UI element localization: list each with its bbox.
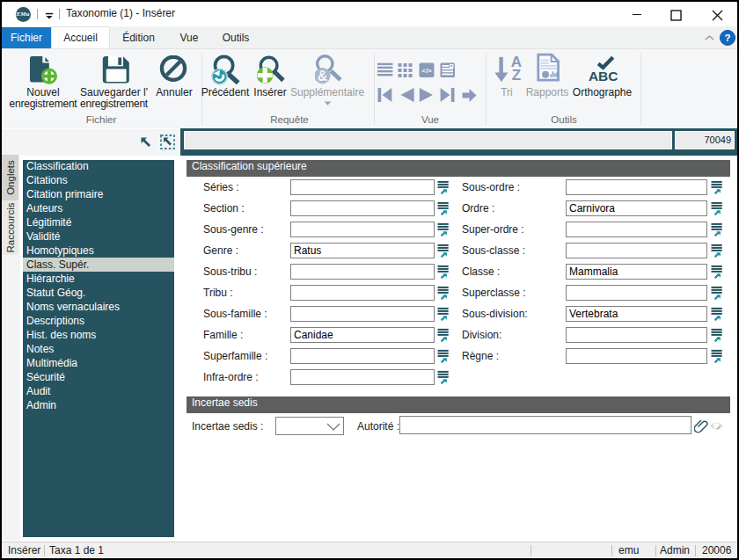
svg-text:</>: </> (421, 67, 432, 75)
svg-text:ABC: ABC (589, 69, 618, 84)
svg-text:&: & (318, 69, 328, 84)
svg-text:Z: Z (512, 67, 521, 84)
